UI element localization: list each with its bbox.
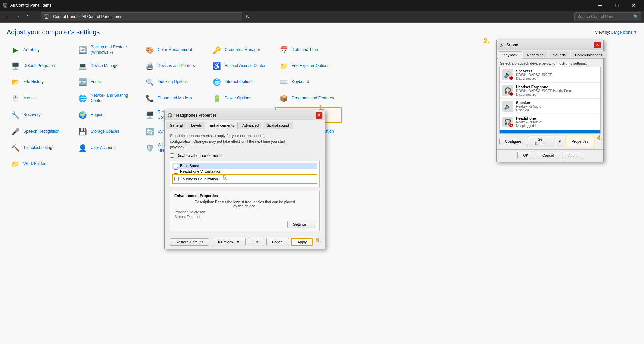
address-box[interactable]: 🖥️ › Control Panel › All Control Panel I…	[41, 12, 242, 21]
cp-internetoptions[interactable]: 🌐 Internet Options	[208, 75, 275, 90]
back-button[interactable]: ←	[3, 13, 11, 21]
troubleshooting-icon: 🔨	[10, 142, 21, 153]
props-dialog-titlebar: 🎧 Headphones Properties ✕	[165, 110, 325, 120]
cp-color[interactable]: 🎨 Color Management	[141, 43, 208, 57]
cp-phoneandmodem[interactable]: 📞 Phone and Modem	[141, 91, 208, 106]
cp-troubleshooting[interactable]: 🔨 Troubleshooting	[7, 140, 74, 155]
cp-filehistory[interactable]: 📂 File History	[7, 75, 74, 90]
device-headphone[interactable]: 🎧 ✕ Headphone Realtek(R) Audio Not plugg…	[500, 114, 600, 130]
device-speaker[interactable]: 🔈 Speaker Realtek(R) Audio Disabled	[500, 99, 600, 114]
cp-useraccounts[interactable]: 👤 User Accounts	[74, 140, 141, 155]
cp-autoplay[interactable]: ▶ AutoPlay	[7, 43, 74, 57]
indexing-icon: 🔍	[144, 77, 155, 88]
cp-poweroptions[interactable]: 🔋 Power Options	[208, 91, 275, 106]
main-area: Adjust your computer's settings View by:…	[0, 23, 644, 344]
cp-defaultprograms[interactable]: 🖥️ Default Programs	[7, 59, 74, 73]
cp-indexing[interactable]: 🔍 Indexing Options	[141, 75, 208, 90]
disable-all-checkbox[interactable]	[170, 153, 174, 158]
enh-bass-boost[interactable]: Bass Boost	[172, 163, 317, 169]
device-speakers[interactable]: 🔊 ✕ Speakers DOWNLOADSOURCEE Disconnecte…	[500, 67, 600, 83]
sound-tab-playback[interactable]: Playback	[498, 51, 522, 59]
useraccounts-label: User Accounts	[91, 145, 116, 151]
set-default-button[interactable]: Set Default	[527, 136, 554, 147]
cp-credential[interactable]: 🔑 Credential Manager	[208, 43, 275, 57]
cp-fonts[interactable]: 🔤 Fonts	[74, 75, 141, 90]
up-button[interactable]: ↑	[33, 13, 39, 21]
sound-apply-button[interactable]: Apply	[562, 152, 583, 159]
forward-button[interactable]: →	[13, 13, 22, 21]
address-separator: ›	[50, 14, 52, 19]
cp-devicesandprinters[interactable]: 🖨️ Devices and Printers	[141, 59, 208, 73]
sound-footer-left: Configure	[499, 138, 527, 145]
cp-programsandfeatures[interactable]: 📦 Programs and Features	[275, 91, 342, 106]
settings-button[interactable]: Settings...	[287, 221, 315, 228]
close-button[interactable]: ✕	[626, 0, 641, 11]
bass-boost-checkbox[interactable]	[174, 164, 178, 168]
props-cancel-button[interactable]: Cancel	[266, 238, 289, 246]
preview-button[interactable]: ▶ Preview ▼	[212, 238, 246, 246]
view-by-link[interactable]: Large icons ▼	[611, 30, 637, 35]
cp-storagespaces[interactable]: 💾 Storage Spaces	[74, 124, 141, 139]
phoneandmodem-icon: 📞	[144, 93, 155, 104]
sound-tab-sounds[interactable]: Sounds	[549, 51, 570, 58]
cp-backup[interactable]: 🔄 Backup and Restore (Windows 7)	[74, 43, 141, 57]
enh-loudness-equalization[interactable]: Loudness Equalization 5.	[172, 174, 317, 184]
cp-datetime[interactable]: 📅 Date and Time	[275, 43, 342, 57]
cp-devicemanager[interactable]: 💻 Device Manager	[74, 59, 141, 73]
recovery-label: Recovery	[23, 112, 41, 118]
cp-easeofaccess[interactable]: ♿ Ease of Access Center	[208, 59, 275, 73]
loudness-eq-checkbox[interactable]	[174, 177, 179, 181]
sound-cancel-button[interactable]: Cancel	[537, 152, 559, 159]
cp-networksharing[interactable]: 🌐 Network and Sharing Center	[74, 91, 141, 106]
settings-btn-container: Settings...	[174, 221, 315, 228]
props-tab-enhancements[interactable]: Enhancements	[206, 122, 238, 129]
address-icon: 🖥️	[44, 14, 49, 19]
props-tab-advanced[interactable]: Advanced	[238, 122, 262, 129]
props-tab-levels[interactable]: Levels	[187, 122, 205, 129]
props-apply-button[interactable]: Apply	[291, 238, 313, 246]
props-ok-button[interactable]: OK	[248, 238, 264, 246]
sound-tab-communications[interactable]: Communications	[571, 51, 607, 58]
address-bar: ← → ˅ ↑ 🖥️ › Control Panel › All Control…	[0, 11, 644, 23]
device-headphones[interactable]: 🎧 ✓ Headphones 1 Monitor Default Device	[500, 130, 600, 134]
enh-props-title: Enhancement Properties	[174, 194, 315, 198]
props-tab-general[interactable]: General	[166, 122, 186, 129]
cp-workfolders[interactable]: 📁 Work Folders	[7, 157, 74, 171]
minimize-button[interactable]: ─	[592, 0, 608, 11]
properties-button[interactable]: Properties	[566, 136, 594, 147]
device-headset-earphone[interactable]: 🎧 ✕ Headset Earphone DOWNLOADSOURCEE Han…	[500, 83, 600, 99]
speechrecognition-icon: 🎤	[10, 126, 21, 137]
keyboard-icon: ⌨️	[278, 77, 289, 88]
search-box[interactable]: Search Control Panel 🔍	[574, 12, 641, 21]
props-dialog-close[interactable]: ✕	[316, 112, 322, 119]
props-footer: Restore Defaults ▶ Preview ▼ OK Cancel A…	[165, 235, 325, 249]
sound-tab-recording[interactable]: Recording	[523, 51, 548, 58]
restore-defaults-button[interactable]: Restore Defaults	[170, 238, 209, 246]
maximize-button[interactable]: □	[609, 0, 625, 11]
region-icon: 🌍	[77, 110, 88, 120]
cp-recovery[interactable]: 🔧 Recovery	[7, 107, 74, 123]
dropdown-button[interactable]: ˅	[24, 13, 31, 21]
enhancement-list[interactable]: Bass Boost Headphone Virtualization Loud…	[170, 161, 320, 187]
refresh-button[interactable]: ↻	[244, 13, 251, 21]
credential-label: Credential Manager	[225, 47, 260, 53]
defaultprograms-label: Default Programs	[23, 63, 55, 69]
device-headphone-info: Headphone Realtek(R) Audio Not plugged i…	[516, 116, 598, 128]
cp-speechrecognition[interactable]: 🎤 Speech Recognition	[7, 124, 74, 139]
props-tab-spatial[interactable]: Spatial sound	[263, 122, 293, 129]
cp-region[interactable]: 🌍 Region	[74, 107, 141, 123]
workfolders-icon: 📁	[10, 159, 21, 169]
headphone-virt-checkbox[interactable]	[174, 169, 178, 174]
enh-headphone-virtualization[interactable]: Headphone Virtualization	[172, 169, 317, 174]
set-default-arrow-button[interactable]: ▼	[556, 136, 564, 147]
indexing-label: Indexing Options	[158, 79, 188, 85]
cp-mouse[interactable]: 🖱️ Mouse	[7, 91, 74, 106]
sound-dialog-close[interactable]: ✕	[594, 42, 601, 48]
device-list[interactable]: 🔊 ✕ Speakers DOWNLOADSOURCEE Disconnecte…	[499, 67, 601, 134]
cp-keyboard[interactable]: ⌨️ Keyboard	[275, 75, 342, 90]
sound-ok-button[interactable]: OK	[517, 152, 534, 159]
cp-fileexploreroptions[interactable]: 📁 File Explorer Options	[275, 59, 342, 73]
address-separator2: ›	[79, 14, 80, 19]
configure-button[interactable]: Configure	[499, 138, 527, 145]
headphones-properties-dialog: 🎧 Headphones Properties ✕ General Levels…	[164, 110, 325, 249]
